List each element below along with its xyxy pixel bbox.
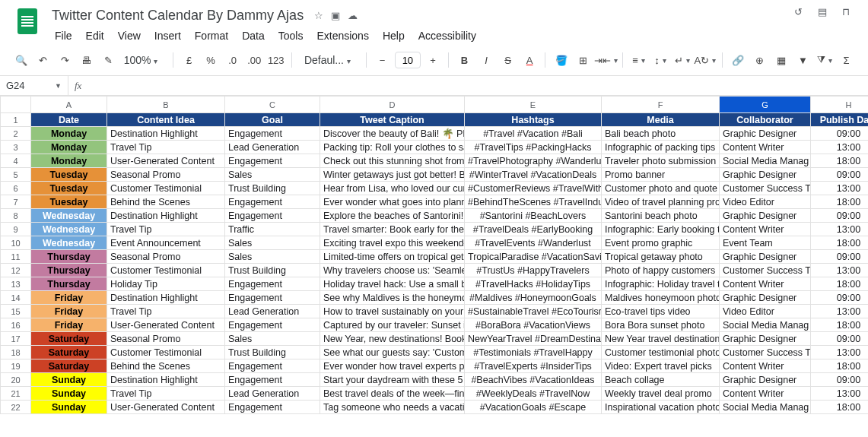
cell[interactable]: Bora Bora sunset photo	[602, 318, 720, 332]
cell[interactable]: 13:00	[811, 264, 869, 277]
row-header[interactable]: 8	[1, 209, 31, 223]
cell[interactable]: Engagement	[225, 209, 320, 223]
cell[interactable]: Travel smarter: Book early for the b	[320, 223, 465, 236]
cell[interactable]: Saturday	[31, 332, 107, 346]
cell[interactable]: Traffic	[225, 223, 320, 236]
table-header-cell[interactable]: Content Idea	[107, 113, 225, 127]
cell[interactable]: Friday	[31, 318, 107, 332]
increase-font-icon[interactable]: +	[424, 49, 443, 71]
cell[interactable]: See why Maldives is the honeymoo	[320, 291, 465, 305]
document-title[interactable]: Twitter Content Calendar By Dammy Ajas	[49, 6, 307, 25]
cell[interactable]: Customer Testimonial	[107, 346, 225, 359]
cell[interactable]: Content Writer	[720, 387, 811, 401]
search-icon[interactable]: 🔍	[12, 49, 31, 71]
cell[interactable]: Eco-travel tips video	[602, 305, 720, 318]
cell[interactable]: Maldives honeymoon photo	[602, 291, 720, 305]
row-header[interactable]: 12	[1, 264, 31, 277]
cell[interactable]: 13:00	[811, 223, 869, 236]
menu-view[interactable]: View	[112, 27, 147, 45]
cell[interactable]: Sunday	[31, 401, 107, 414]
cell[interactable]: User-Generated Content	[107, 401, 225, 414]
rotate-icon[interactable]: A↻	[695, 49, 716, 71]
cell[interactable]: Customer Success T	[720, 346, 811, 359]
cell[interactable]: Travel Tip	[107, 223, 225, 236]
table-header-cell[interactable]: Publish Date	[811, 113, 869, 127]
cell[interactable]: Content Writer	[720, 141, 811, 154]
cell[interactable]: Sunday	[31, 387, 107, 401]
row-header[interactable]: 9	[1, 223, 31, 236]
cell[interactable]: Customer photo and quote	[602, 182, 720, 195]
cell[interactable]: #TravelExperts #InsiderTips	[465, 359, 602, 373]
v-align-icon[interactable]: ↕	[651, 49, 670, 71]
cell[interactable]: User-Generated Content	[107, 318, 225, 332]
sheets-logo[interactable]	[12, 6, 43, 36]
cell[interactable]: Weekly travel deal promo	[602, 387, 720, 401]
cell[interactable]: #Testimonials #TravelHappy	[465, 346, 602, 359]
menu-insert[interactable]: Insert	[148, 27, 187, 45]
row-header[interactable]: 10	[1, 236, 31, 250]
menu-extensions[interactable]: Extensions	[310, 27, 374, 45]
cell[interactable]: Limited-time offers on tropical geta	[320, 250, 465, 264]
cell[interactable]: Tuesday	[31, 168, 107, 182]
spreadsheet-grid[interactable]: ABCDEFGH 1DateContent IdeaGoalTweet Capt…	[0, 96, 868, 426]
cell[interactable]: Holiday Tip	[107, 277, 225, 291]
cell[interactable]: 13:00	[811, 141, 869, 154]
row-header[interactable]: 17	[1, 332, 31, 346]
cell[interactable]: Travel Tip	[107, 305, 225, 318]
cell[interactable]: Customer Testimonial	[107, 264, 225, 277]
menu-help[interactable]: Help	[377, 27, 411, 45]
cell[interactable]: 18:00	[811, 277, 869, 291]
cell[interactable]: Engagement	[225, 277, 320, 291]
cell[interactable]: Engagement	[225, 359, 320, 373]
cell[interactable]: Explore the beaches of Santorini! I	[320, 209, 465, 223]
col-header-D[interactable]: D	[320, 97, 465, 113]
italic-icon[interactable]: I	[477, 49, 496, 71]
meet-icon[interactable]: ⊓	[842, 6, 850, 17]
cell[interactable]: Photo of happy customers	[602, 264, 720, 277]
cell[interactable]: Engagement	[225, 195, 320, 209]
col-header-B[interactable]: B	[107, 97, 225, 113]
bold-icon[interactable]: B	[455, 49, 474, 71]
row-header[interactable]: 18	[1, 346, 31, 359]
cell[interactable]: Video: Expert travel picks	[602, 359, 720, 373]
cell[interactable]: Monday	[31, 127, 107, 141]
cell[interactable]: #SustainableTravel #EcoTourism	[465, 305, 602, 318]
comments-icon[interactable]: ▤	[818, 6, 827, 17]
cell[interactable]: 09:00	[811, 291, 869, 305]
menu-data[interactable]: Data	[236, 27, 271, 45]
paint-format-icon[interactable]: ✎	[99, 49, 118, 71]
cell[interactable]: 13:00	[811, 346, 869, 359]
cell[interactable]: Video of travel planning proc	[602, 195, 720, 209]
cell[interactable]: Discover the beauty of Bali! 🌴 Pla	[320, 127, 465, 141]
cell[interactable]: #TravelTips #PackingHacks	[465, 141, 602, 154]
font-size-input[interactable]	[395, 52, 421, 68]
cell[interactable]: Tropical getaway photo	[602, 250, 720, 264]
cell[interactable]: Packing tip: Roll your clothes to sa	[320, 141, 465, 154]
cell[interactable]: 18:00	[811, 318, 869, 332]
cell[interactable]: Thursday	[31, 264, 107, 277]
table-header-cell[interactable]: Date	[31, 113, 107, 127]
cell[interactable]: #VacationGoals #Escape	[465, 401, 602, 414]
cell[interactable]: Engagement	[225, 318, 320, 332]
cell[interactable]: Engagement	[225, 154, 320, 168]
decrease-decimal-icon[interactable]: .0	[223, 49, 242, 71]
row-header[interactable]: 19	[1, 359, 31, 373]
cell[interactable]: Infographic of packing tips	[602, 141, 720, 154]
cell[interactable]: Tuesday	[31, 182, 107, 195]
cell[interactable]: Content Writer	[720, 359, 811, 373]
table-header-cell[interactable]: Tweet Caption	[320, 113, 465, 127]
cell[interactable]: 18:00	[811, 359, 869, 373]
cell[interactable]: #TravelHacks #HolidayTips	[465, 277, 602, 291]
chart-icon[interactable]: ▦	[772, 49, 791, 71]
cell[interactable]: Trust Building	[225, 264, 320, 277]
cell[interactable]: Graphic Designer	[720, 291, 811, 305]
history-icon[interactable]: ↺	[794, 6, 803, 17]
cell[interactable]: Graphic Designer	[720, 168, 811, 182]
cell[interactable]: Seasonal Promo	[107, 332, 225, 346]
cell[interactable]: Santorini beach photo	[602, 209, 720, 223]
cell[interactable]: 13:00	[811, 387, 869, 401]
cell[interactable]: Engagement	[225, 401, 320, 414]
col-header-C[interactable]: C	[225, 97, 320, 113]
cell[interactable]: Wednesday	[31, 223, 107, 236]
row-header[interactable]: 4	[1, 154, 31, 168]
